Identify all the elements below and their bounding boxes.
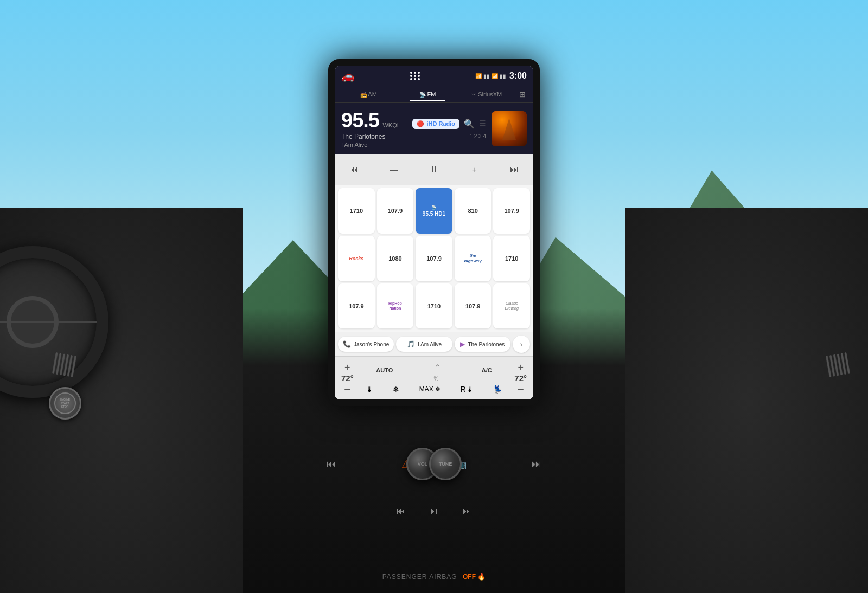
song-quick-label: I Am Alive [418, 341, 442, 347]
quick-artist-button[interactable]: ▶ The Parlotones [455, 337, 510, 352]
preset-classic[interactable]: ClassicBrewing [493, 283, 530, 329]
iradio-logo: 🔴 iHD Radio [412, 119, 459, 129]
station-frequency: 95.5 WKQI [341, 110, 407, 131]
divider [374, 162, 374, 178]
dash-right [625, 208, 868, 593]
station-name: The Parlotones [341, 133, 407, 140]
preset-1080[interactable]: 1080 [377, 236, 414, 281]
left-vent [52, 352, 76, 377]
seek-fwd-button[interactable]: + [464, 160, 484, 179]
climate-center: AUTO —— ⌃% A/C —— 🌡 ❄ MAX ❄ R🌡 💺 [356, 363, 513, 394]
temp-right-plus[interactable]: + [518, 363, 524, 372]
preset-rocks[interactable]: Rocks [338, 236, 375, 281]
next-media-btn[interactable]: ⏭ [463, 506, 471, 516]
prev-track-btn[interactable]: ⏮ [327, 459, 336, 470]
header-status: 📶 ▮▮ 📶 ▮▮ 3:00 [475, 71, 527, 81]
rear-defrost-icon[interactable]: R🌡 [461, 385, 474, 394]
car-icon: 🚗 [341, 69, 355, 82]
now-playing-right: 🔴 iHD Radio 🔍 ☰ 1 2 3 4 [412, 119, 486, 139]
quick-song-button[interactable]: 🎵 I Am Alive [396, 337, 452, 352]
temp-left-value: 72° [341, 373, 354, 383]
quick-access-bar: 📞 Jason's Phone 🎵 I Am Alive ▶ The Parlo… [335, 332, 533, 356]
preset-grid: 1710 107.9 📡 95.5 HD1 810 107.9 Rocks 10… [335, 185, 533, 332]
now-playing-section: 95.5 WKQI The Parlotones I Am Alive 🔴 iH… [335, 103, 533, 154]
preset-1079-3[interactable]: 107.9 [416, 236, 452, 281]
fan-icon[interactable]: ❄ [393, 385, 399, 394]
more-icon: › [520, 340, 523, 349]
preset-highway[interactable]: thehighway [455, 236, 492, 281]
phone-icon: 📞 [343, 340, 351, 348]
expand-icon[interactable]: ⊞ [516, 90, 529, 99]
radio-tabs: 📻 AM 📡 FM 〰 SiriusXM ⊞ [335, 86, 533, 103]
temp-left-control: + 72° – [341, 363, 354, 394]
climate-bottom-row: 🌡 ❄ MAX ❄ R🌡 💺 [356, 385, 513, 394]
steering-wheel [0, 246, 108, 398]
quick-phone-button[interactable]: 📞 Jason's Phone [338, 337, 394, 352]
media-controls-row: ⏮ VOL ⚠ 🔊 📺 TUNE ⏭ [327, 448, 541, 480]
tune-knob[interactable]: TUNE [429, 448, 462, 480]
prev-button[interactable]: ⏮ [344, 160, 363, 179]
tune-label: TUNE [439, 461, 452, 467]
pause-button[interactable]: ⏸ [424, 160, 444, 179]
seek-back-button[interactable]: — [384, 160, 404, 179]
list-icon[interactable]: ☰ [479, 119, 486, 128]
next-track-btn[interactable]: ⏭ [532, 459, 541, 470]
song-title: I Am Alive [341, 141, 407, 148]
seat-heat-icon[interactable]: 💺 [493, 385, 502, 394]
temp-right-value: 72° [514, 373, 527, 383]
station-info: 95.5 WKQI The Parlotones I Am Alive [341, 110, 407, 148]
preset-1079-1[interactable]: 107.9 [377, 188, 414, 234]
artist-icon: ▶ [460, 340, 465, 348]
vol-label: VOL [418, 461, 428, 467]
media-buttons-row: ⏮ ⏯ ⏭ [397, 506, 471, 516]
presets-label: 1 2 3 4 [469, 133, 486, 139]
auto-mode[interactable]: AUTO —— [376, 367, 393, 379]
song-icon: 🎵 [407, 340, 415, 348]
max-defrost-icon[interactable]: MAX ❄ [419, 385, 441, 393]
infotainment-screen: 🚗 📶 [328, 59, 540, 406]
center-console-controls: ⏮ VOL ⚠ 🔊 📺 TUNE ⏭ [327, 448, 541, 480]
temp-left-plus[interactable]: + [344, 363, 350, 372]
tab-siriusxm[interactable]: 〰 SiriusXM [457, 88, 516, 100]
next-button[interactable]: ⏭ [505, 160, 524, 179]
prev-media-btn[interactable]: ⏮ [397, 506, 405, 516]
album-art [492, 111, 527, 146]
preset-1710-3[interactable]: 1710 [416, 283, 452, 329]
temp-right-control: + 72° – [514, 363, 527, 394]
tab-am[interactable]: 📻 AM [339, 88, 398, 100]
climate-top-row: AUTO —— ⌃% A/C —— [356, 363, 513, 383]
defrost-icon[interactable]: 🌡 [366, 385, 373, 394]
artist-label: The Parlotones [468, 341, 505, 347]
temp-left-minus[interactable]: – [344, 384, 350, 394]
preset-1710-2[interactable]: 1710 [493, 236, 530, 281]
divider2 [414, 162, 414, 178]
preset-955hd1[interactable]: 📡 95.5 HD1 [416, 188, 452, 234]
play-pause-btn[interactable]: ⏯ [430, 506, 438, 516]
preset-810[interactable]: 810 [455, 188, 492, 234]
climate-controls: + 72° – AUTO —— ⌃% A/C —— [335, 356, 533, 399]
start-stop-label: ENGINESTARTSTOP [54, 392, 76, 414]
preset-1079-4[interactable]: 107.9 [338, 283, 375, 329]
right-vent [826, 352, 850, 377]
playback-controls: ⏮ — ⏸ + ⏭ [335, 154, 533, 185]
airbag-status: OFF 🔥 [463, 573, 486, 581]
airbag-info: PASSENGER AIRBAG OFF 🔥 [382, 571, 486, 581]
phone-label: Jason's Phone [354, 341, 389, 347]
preset-1079-2[interactable]: 107.9 [493, 188, 530, 234]
divider3 [454, 162, 454, 178]
preset-1079-5[interactable]: 107.9 [455, 283, 492, 329]
screen-header: 🚗 📶 [335, 66, 533, 86]
passenger-airbag-label: PASSENGER AIRBAG [382, 573, 457, 581]
more-button[interactable]: › [513, 336, 530, 353]
preset-hiphop[interactable]: HipHopNation [377, 283, 414, 329]
temp-right-minus[interactable]: – [518, 384, 524, 394]
search-icon[interactable]: 🔍 [464, 119, 475, 129]
dash-left: ENGINESTARTSTOP [0, 208, 243, 593]
clock: 3:00 [509, 71, 527, 81]
divider4 [494, 162, 494, 178]
tab-fm[interactable]: 📡 FM [398, 88, 457, 100]
grid-button[interactable] [410, 72, 420, 80]
ac-mode[interactable]: A/C —— [482, 367, 492, 379]
preset-1710-1[interactable]: 1710 [338, 188, 375, 234]
start-stop-button[interactable]: ENGINESTARTSTOP [49, 387, 81, 420]
